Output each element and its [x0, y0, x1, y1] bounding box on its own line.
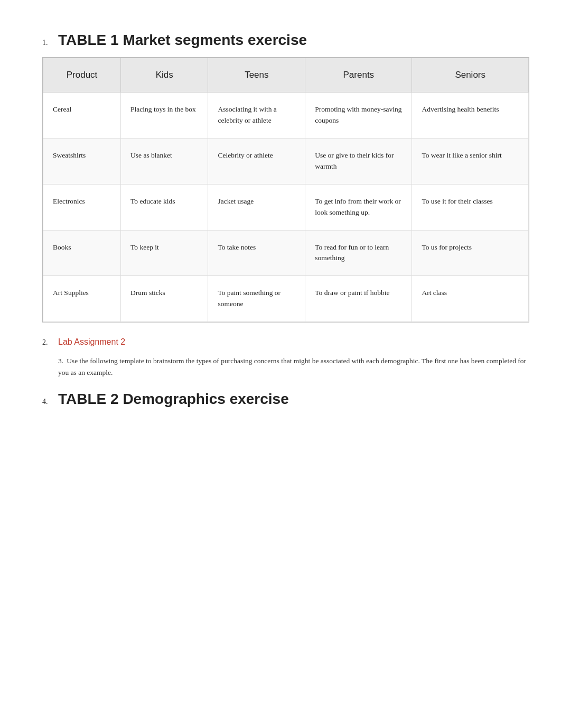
- cell-kids: Drum sticks: [121, 276, 208, 322]
- cell-parents: To get info from their work or look some…: [305, 184, 412, 230]
- item-4-heading: 4. TABLE 2 Demographics exercise: [42, 391, 529, 408]
- cell-kids: Placing toys in the box: [121, 93, 208, 139]
- table-row: CerealPlacing toys in the boxAssociating…: [43, 93, 529, 139]
- cell-teens: To paint something or someone: [208, 276, 305, 322]
- table1-wrapper: Product Kids Teens Parents Seniors Cerea…: [42, 57, 529, 322]
- list-number-1: 1.: [42, 39, 53, 47]
- cell-product: Books: [43, 230, 121, 276]
- item-1-heading: 1. TABLE 1 Market segments exercise: [42, 32, 529, 49]
- lab-assignment-2-title: Lab Assignment 2: [58, 337, 125, 347]
- table2-title: TABLE 2 Demographics exercise: [58, 391, 289, 408]
- cell-teens: Associating it with a celebrity or athle…: [208, 93, 305, 139]
- list-number-2: 2.: [42, 338, 53, 347]
- header-teens: Teens: [208, 58, 305, 93]
- table1-title: TABLE 1 Market segments exercise: [58, 32, 307, 49]
- cell-seniors: To use it for their classes: [412, 184, 529, 230]
- cell-teens: Celebrity or athlete: [208, 138, 305, 184]
- header-parents: Parents: [305, 58, 412, 93]
- item-2-heading: 2. Lab Assignment 2: [42, 337, 529, 347]
- item-3-body: 3.Use the following template to brainsto…: [58, 355, 529, 378]
- cell-parents: Use or give to their kids for warmth: [305, 138, 412, 184]
- cell-product: Electronics: [43, 184, 121, 230]
- cell-kids: Use as blanket: [121, 138, 208, 184]
- cell-product: Art Supplies: [43, 276, 121, 322]
- table1-header-row: Product Kids Teens Parents Seniors: [43, 58, 529, 93]
- cell-product: Sweatshirts: [43, 138, 121, 184]
- item-3-text: Use the following template to brainstorm…: [58, 357, 526, 376]
- cell-parents: Promoting with money-saving coupons: [305, 93, 412, 139]
- cell-seniors: To wear it like a senior shirt: [412, 138, 529, 184]
- table-row: Art SuppliesDrum sticksTo paint somethin…: [43, 276, 529, 322]
- cell-kids: To educate kids: [121, 184, 208, 230]
- header-seniors: Seniors: [412, 58, 529, 93]
- cell-product: Cereal: [43, 93, 121, 139]
- table-row: ElectronicsTo educate kidsJacket usageTo…: [43, 184, 529, 230]
- cell-kids: To keep it: [121, 230, 208, 276]
- cell-seniors: To us for projects: [412, 230, 529, 276]
- cell-parents: To read for fun or to learn something: [305, 230, 412, 276]
- cell-teens: To take notes: [208, 230, 305, 276]
- header-kids: Kids: [121, 58, 208, 93]
- cell-teens: Jacket usage: [208, 184, 305, 230]
- cell-seniors: Advertising health benefits: [412, 93, 529, 139]
- cell-parents: To draw or paint if hobbie: [305, 276, 412, 322]
- table-row: SweatshirtsUse as blanketCelebrity or at…: [43, 138, 529, 184]
- list-number-4: 4.: [42, 398, 53, 406]
- item-3-number: 3.: [58, 357, 63, 365]
- table1: Product Kids Teens Parents Seniors Cerea…: [43, 58, 529, 322]
- table-row: BooksTo keep itTo take notesTo read for …: [43, 230, 529, 276]
- header-product: Product: [43, 58, 121, 93]
- cell-seniors: Art class: [412, 276, 529, 322]
